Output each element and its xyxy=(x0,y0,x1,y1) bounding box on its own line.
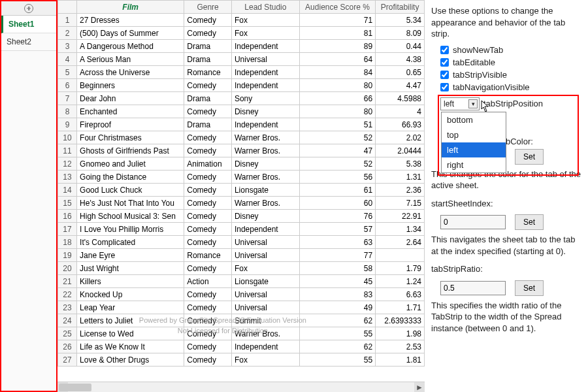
table-row[interactable]: 25License to WedComedyWarner Bros.551.98 xyxy=(58,327,425,340)
table-row[interactable]: 7Dear JohnDramaSony664.5988 xyxy=(58,92,425,105)
cell[interactable]: Knocked Up xyxy=(77,288,184,301)
cell[interactable]: 2.53 xyxy=(376,340,425,353)
table-row[interactable]: 11Ghosts of Girlfriends PastComedyWarner… xyxy=(58,144,425,157)
cell[interactable]: 71 xyxy=(299,14,375,27)
cell[interactable]: Life as We Know It xyxy=(77,340,184,353)
table-row[interactable]: 14Good Luck ChuckComedyLionsgate612.36 xyxy=(58,184,425,197)
cell[interactable]: Universal xyxy=(231,249,299,262)
table-row[interactable]: 2(500) Days of SummerComedyFox818.09 xyxy=(58,27,425,40)
sheet-tab-sheet2[interactable]: Sheet2 xyxy=(1,33,56,51)
cell[interactable]: Universal xyxy=(231,301,299,314)
table-row[interactable]: 6BeginnersComedyIndependent804.47 xyxy=(58,79,425,92)
row-number[interactable]: 26 xyxy=(58,340,77,353)
cell[interactable]: 1.98 xyxy=(376,327,425,340)
cell[interactable]: Comedy xyxy=(184,340,232,353)
row-number[interactable]: 11 xyxy=(58,144,77,157)
cell[interactable]: Drama xyxy=(184,92,232,105)
set-start-button[interactable]: Set xyxy=(515,214,544,230)
row-number[interactable]: 24 xyxy=(58,314,77,327)
cell[interactable]: 1.24 xyxy=(376,275,425,288)
cell[interactable]: Fireproof xyxy=(77,118,184,131)
cell[interactable]: 80 xyxy=(299,105,375,118)
cell[interactable]: Enchanted xyxy=(77,105,184,118)
cell[interactable]: 45 xyxy=(299,275,375,288)
cell[interactable]: 7.15 xyxy=(376,197,425,210)
row-number[interactable]: 4 xyxy=(58,53,77,66)
chevron-down-icon[interactable]: ▾ xyxy=(468,99,478,108)
cell[interactable]: 66.93 xyxy=(376,118,425,131)
cell[interactable]: Independent xyxy=(231,223,299,236)
cell[interactable]: Comedy xyxy=(184,288,232,301)
cell[interactable]: 77 xyxy=(299,249,375,262)
cell[interactable]: Romance xyxy=(184,66,232,79)
column-header[interactable]: Film xyxy=(77,1,184,14)
cell[interactable]: Lionsgate xyxy=(231,184,299,197)
table-row[interactable]: 16High School Musical 3: SenComedyDisney… xyxy=(58,210,425,223)
dropdown-option-bottom[interactable]: bottom xyxy=(442,112,506,127)
cell[interactable]: Action xyxy=(184,275,232,288)
cell[interactable]: 1.71 xyxy=(376,301,425,314)
cell[interactable]: 5.38 xyxy=(376,157,425,171)
cell[interactable]: Fox xyxy=(231,27,299,40)
cell[interactable]: Comedy xyxy=(184,236,232,249)
cell[interactable]: 52 xyxy=(299,131,375,144)
cell[interactable]: Animation xyxy=(184,157,232,171)
cell[interactable]: 2.02 xyxy=(376,131,425,144)
cell[interactable]: Summit xyxy=(231,314,299,327)
cell[interactable]: I Love You Phillip Morris xyxy=(77,223,184,236)
new-tab-button[interactable] xyxy=(1,1,56,16)
checkbox-tabStripVisible[interactable] xyxy=(440,71,449,79)
cell[interactable]: Ghosts of Girlfriends Past xyxy=(77,144,184,157)
cell[interactable]: Comedy xyxy=(184,314,232,327)
cell[interactable]: Disney xyxy=(231,105,299,118)
cell[interactable]: 1.34 xyxy=(376,223,425,236)
cell[interactable]: 27 Dresses xyxy=(77,14,184,27)
cell[interactable]: Killers xyxy=(77,275,184,288)
cell[interactable]: Warner Bros. xyxy=(231,327,299,340)
cell[interactable]: 2.64 xyxy=(376,236,425,249)
column-header[interactable]: Profitability xyxy=(376,1,425,14)
cell[interactable]: Comedy xyxy=(184,197,232,210)
cell[interactable]: Comedy xyxy=(184,27,232,40)
cell[interactable]: Universal xyxy=(231,288,299,301)
row-number[interactable]: 10 xyxy=(58,131,77,144)
data-grid[interactable]: FilmGenreLead StudioAudience Score %Prof… xyxy=(57,0,425,367)
cell[interactable]: 2.36 xyxy=(376,184,425,197)
cell[interactable]: 84 xyxy=(299,66,375,79)
cell[interactable]: Comedy xyxy=(184,223,232,236)
row-number[interactable]: 8 xyxy=(58,105,77,118)
cell[interactable]: He's Just Not That Into You xyxy=(77,197,184,210)
tab-strip-position-select[interactable]: left ▾ bottomtopleftright xyxy=(440,97,480,110)
row-number[interactable]: 15 xyxy=(58,197,77,210)
cell[interactable]: A Dangerous Method xyxy=(77,40,184,53)
cell[interactable]: Letters to Juliet xyxy=(77,314,184,327)
ratio-input[interactable] xyxy=(440,281,506,295)
cell[interactable]: Dear John xyxy=(77,92,184,105)
cell[interactable]: Fox xyxy=(231,14,299,27)
row-number[interactable]: 12 xyxy=(58,157,77,171)
start-index-input[interactable] xyxy=(440,215,506,229)
cell[interactable]: 76 xyxy=(299,210,375,223)
cell[interactable]: Comedy xyxy=(184,262,232,275)
checkbox-showNewTab[interactable] xyxy=(440,46,449,54)
dropdown-option-left[interactable]: left xyxy=(442,142,506,157)
scroll-thumb[interactable] xyxy=(59,384,91,391)
cell[interactable]: 2.0444 xyxy=(376,144,425,157)
table-row[interactable]: 12Gnomeo and JulietAnimationDisney525.38 xyxy=(58,157,425,171)
cell[interactable]: Just Wright xyxy=(77,262,184,275)
cell[interactable]: 62 xyxy=(299,314,375,327)
set-ratio-button[interactable]: Set xyxy=(515,280,544,296)
row-number[interactable]: 21 xyxy=(58,275,77,288)
cell[interactable]: 61 xyxy=(299,184,375,197)
cell[interactable]: 4.47 xyxy=(376,79,425,92)
cell[interactable]: Comedy xyxy=(184,131,232,144)
cell[interactable]: 52 xyxy=(299,157,375,171)
cell[interactable]: Drama xyxy=(184,40,232,53)
column-header[interactable]: Audience Score % xyxy=(299,1,375,14)
sheet-tab-sheet1[interactable]: Sheet1 xyxy=(1,16,56,33)
cell[interactable]: Comedy xyxy=(184,144,232,157)
cell[interactable]: Comedy xyxy=(184,210,232,223)
cell[interactable]: Sony xyxy=(231,92,299,105)
column-header[interactable]: Genre xyxy=(184,1,232,14)
cell[interactable]: 6.63 xyxy=(376,288,425,301)
